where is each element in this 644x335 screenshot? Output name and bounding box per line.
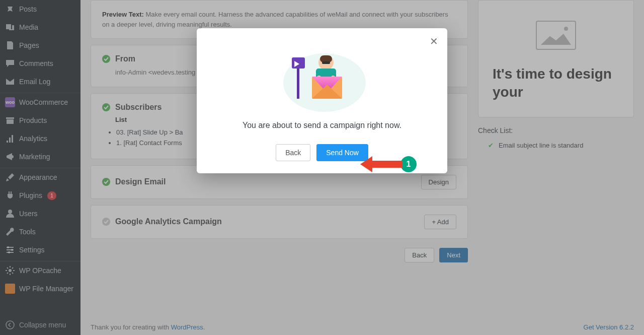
- annotation-number: 1: [400, 156, 417, 172]
- modal-overlay[interactable]: ✕: [0, 0, 644, 335]
- svg-rect-7: [292, 57, 305, 69]
- send-confirm-modal: ✕: [197, 28, 447, 173]
- modal-illustration: [277, 42, 367, 113]
- close-icon[interactable]: ✕: [430, 35, 438, 47]
- annotation-arrow: 1: [372, 156, 417, 172]
- svg-rect-11: [322, 61, 330, 64]
- modal-back-button[interactable]: Back: [276, 144, 310, 161]
- svg-rect-8: [297, 69, 299, 99]
- svg-rect-10: [320, 55, 332, 62]
- modal-message: You are about to send a campaign right n…: [209, 121, 435, 130]
